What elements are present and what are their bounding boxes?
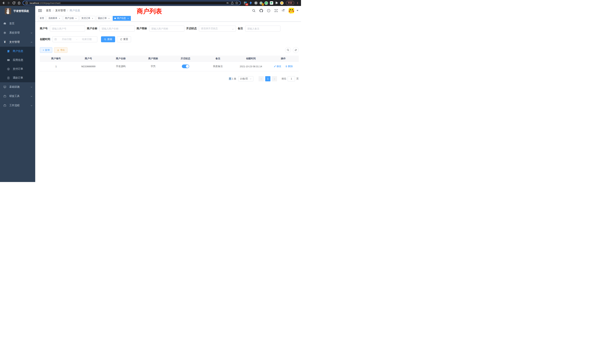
monitor-icon bbox=[3, 86, 6, 88]
close-icon[interactable]: × bbox=[91, 17, 94, 20]
breadcrumb-separator: / bbox=[53, 9, 54, 12]
browser-update-button[interactable]: 更新 bbox=[286, 1, 294, 5]
sidebar-item-refund-orders[interactable]: 退款订单 bbox=[0, 73, 35, 82]
chevron-up-icon bbox=[30, 41, 33, 43]
reset-button[interactable]: 重置 bbox=[117, 36, 131, 42]
sidebar-item-infrastructure[interactable]: 基础设施 bbox=[0, 82, 35, 92]
font-size-icon[interactable]: TT bbox=[282, 9, 285, 12]
user-avatar[interactable] bbox=[289, 8, 294, 13]
home-icon[interactable] bbox=[17, 1, 21, 5]
dashboard-icon bbox=[3, 22, 6, 25]
sidebar-item-label: 研发工具 bbox=[9, 95, 30, 98]
tab-user-group[interactable]: 用户分组× bbox=[63, 16, 79, 21]
status-toggle-on[interactable] bbox=[182, 64, 189, 68]
breadcrumb-payment[interactable]: 支付管理 bbox=[55, 9, 66, 12]
extension-y-icon[interactable]: y bbox=[265, 1, 268, 5]
pencil-icon bbox=[274, 65, 276, 67]
extensions-puzzle-icon[interactable] bbox=[275, 1, 278, 5]
chevron-down-icon bbox=[232, 28, 234, 30]
breadcrumb: 首页 / 支付管理 / 商户信息 bbox=[46, 9, 80, 12]
tab-refund-orders[interactable]: 退款订单× bbox=[96, 16, 112, 21]
sidebar-item-payment[interactable]: ¥ 支付管理 bbox=[0, 37, 35, 47]
short-name-input[interactable] bbox=[149, 26, 184, 32]
date-start-placeholder: 开始日期 bbox=[58, 38, 75, 41]
sidebar-item-dev-tools[interactable]: 研发工具 bbox=[0, 92, 35, 101]
next-page-button[interactable]: › bbox=[272, 76, 277, 81]
sidebar-item-label: 基础设施 bbox=[9, 85, 30, 89]
bookmark-star-icon[interactable] bbox=[235, 1, 238, 4]
tab-merchant-info[interactable]: 商户信息× bbox=[113, 16, 131, 21]
prev-page-button[interactable]: ‹ bbox=[258, 76, 264, 81]
sidebar-item-app-info[interactable]: 应用信息 bbox=[0, 56, 35, 64]
share-icon[interactable] bbox=[231, 1, 234, 4]
goto-page-input[interactable] bbox=[288, 76, 295, 81]
tab-pay-orders[interactable]: 支付订单× bbox=[80, 16, 95, 21]
extension-chat-icon[interactable] bbox=[270, 1, 273, 5]
password-key-icon[interactable] bbox=[226, 1, 229, 4]
avatar-dropdown-caret[interactable] bbox=[297, 10, 298, 11]
table-header-row: 商户编号 商户号 商户全称 商户简称 开启状态 备注 创建时间 操作 bbox=[40, 56, 299, 62]
help-icon[interactable]: ? bbox=[267, 9, 270, 12]
sidebar-item-pay-orders[interactable]: 支付订单 bbox=[0, 64, 35, 73]
extension-command-icon[interactable]: ⌘ bbox=[254, 1, 258, 5]
github-icon[interactable] bbox=[259, 9, 263, 12]
status-select[interactable]: 请选择开启状态 bbox=[199, 26, 236, 32]
close-icon[interactable]: × bbox=[75, 17, 77, 20]
page-size-select[interactable]: 10条/页 bbox=[238, 76, 253, 81]
browser-profile-avatar[interactable] bbox=[280, 1, 284, 5]
tab-process-form[interactable]: 流程表单× bbox=[47, 16, 62, 21]
back-icon[interactable] bbox=[2, 1, 5, 5]
sidebar-item-home[interactable]: 首页 bbox=[0, 19, 35, 28]
sidebar-item-label: 商户信息 bbox=[13, 50, 23, 53]
merchant-no-label: 商户号 bbox=[40, 27, 50, 30]
sidebar-toggle-icon[interactable] bbox=[38, 9, 42, 12]
edit-button[interactable]: 修改 bbox=[274, 65, 281, 68]
extension-profile-icon[interactable]: 1 bbox=[259, 1, 263, 5]
sidebar-item-label: 支付订单 bbox=[13, 67, 23, 71]
chevron-down-icon bbox=[30, 86, 33, 88]
breadcrumb-home[interactable]: 首页 bbox=[46, 9, 51, 12]
sidebar-item-label: 支付管理 bbox=[9, 40, 30, 44]
extensions-area: 10 ⌘ 1 y 更新 ⋮ bbox=[244, 1, 299, 5]
merchant-no-input[interactable] bbox=[50, 26, 85, 32]
forward-icon[interactable] bbox=[7, 1, 10, 5]
remark-input[interactable] bbox=[245, 26, 280, 32]
sidebar-item-system[interactable]: 系统管理 bbox=[0, 28, 35, 37]
browser-toolbar: localhost:1024/pay/merchant 10 ⌘ 1 y 更新 … bbox=[0, 0, 301, 6]
extension-kite-icon[interactable] bbox=[249, 1, 252, 5]
reload-icon[interactable] bbox=[12, 1, 16, 5]
extension-blue-diamond-icon[interactable]: 10 bbox=[244, 1, 247, 5]
sidebar-item-merchant-info[interactable]: 商户信息 bbox=[0, 47, 35, 56]
document-icon bbox=[7, 76, 10, 79]
close-icon[interactable]: × bbox=[127, 17, 129, 20]
close-icon[interactable]: × bbox=[58, 17, 61, 20]
merchant-list-page: 商户号 商户全称 商户简称 开启状态 请选择开启状态 bbox=[35, 21, 301, 182]
add-button[interactable]: + 新增 bbox=[40, 47, 52, 53]
filter-form-row-1: 商户号 商户全称 商户简称 开启状态 请选择开启状态 bbox=[40, 26, 299, 32]
app-logo[interactable]: 芋道管理系统 bbox=[0, 6, 35, 16]
fullscreen-icon[interactable] bbox=[274, 9, 278, 12]
gear-icon bbox=[3, 31, 6, 34]
yen-circle-icon bbox=[7, 68, 10, 70]
search-icon bbox=[104, 38, 106, 41]
export-button[interactable]: 导出 bbox=[54, 47, 67, 53]
chevron-down-icon bbox=[30, 32, 33, 34]
full-name-input[interactable] bbox=[99, 26, 135, 32]
header-search-icon[interactable] bbox=[252, 9, 256, 12]
page-info-icon[interactable] bbox=[25, 1, 28, 4]
url-bar[interactable]: localhost:1024/pay/merchant bbox=[23, 1, 241, 5]
sidebar-item-workflow[interactable]: 工作流程 bbox=[0, 101, 35, 110]
refresh-table-button[interactable] bbox=[293, 47, 299, 53]
toggle-search-button[interactable] bbox=[285, 47, 291, 53]
col-full-name: 商户全称 bbox=[105, 56, 137, 62]
created-date-range-picker[interactable]: 开始日期 - 结束日期 bbox=[53, 36, 97, 42]
browser-menu-icon[interactable]: ⋮ bbox=[296, 1, 299, 4]
delete-button[interactable]: 删除 bbox=[285, 65, 293, 68]
tab-home[interactable]: 首页 bbox=[38, 16, 46, 21]
chevron-down-icon bbox=[250, 78, 252, 80]
close-icon[interactable]: × bbox=[108, 17, 110, 20]
search-button[interactable]: 搜索 bbox=[101, 36, 115, 42]
sidebar-item-label: 退款订单 bbox=[13, 76, 23, 79]
yen-icon: ¥ bbox=[3, 41, 6, 43]
page-number-current[interactable]: 1 bbox=[265, 76, 270, 81]
